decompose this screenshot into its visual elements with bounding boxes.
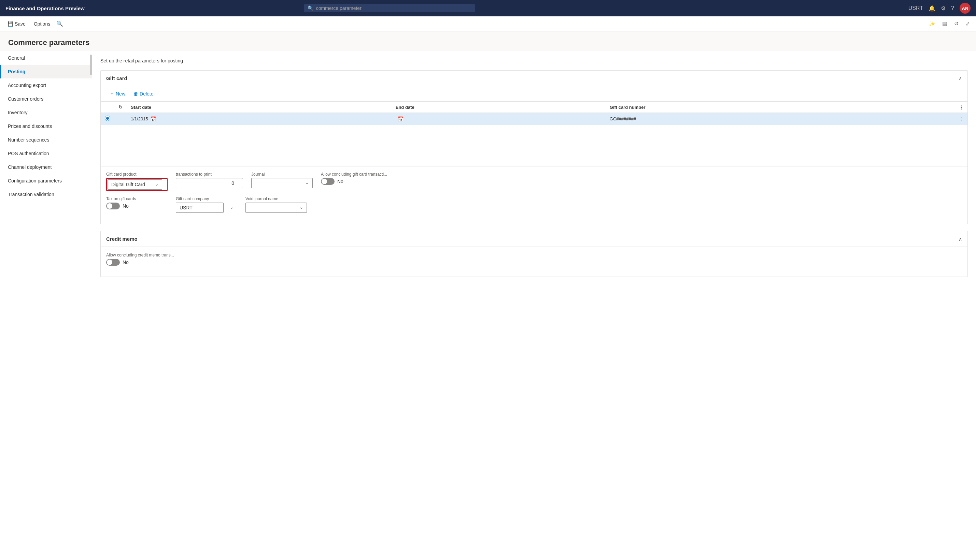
gift-card-product-label: Gift card product xyxy=(106,172,168,177)
credit-memo-allow-concluding-label: Allow concluding credit memo trans... xyxy=(106,253,174,257)
credit-memo-allow-concluding-field: Allow concluding credit memo trans... No xyxy=(106,253,174,266)
sidebar-item-pos-authentication[interactable]: POS authentication xyxy=(0,147,92,160)
form-row-2: Tax on gift cards No Gift card company xyxy=(106,197,962,213)
calendar-start-icon[interactable]: 📅 xyxy=(150,116,156,122)
journal-select-wrapper xyxy=(251,178,313,188)
tax-on-gift-cards-field: Tax on gift cards No xyxy=(106,197,168,213)
col-header-end-date[interactable]: End date xyxy=(391,102,606,113)
col-header-more: ⋮ xyxy=(955,102,968,113)
sidebar-item-channel-deployment[interactable]: Channel deployment xyxy=(0,160,92,174)
new-plus-icon: ＋ xyxy=(110,91,114,97)
nav-right: USRT 🔔 ⚙ ? AN xyxy=(908,3,971,13)
panel-icon[interactable]: ▤ xyxy=(940,18,949,29)
search-bar[interactable]: 🔍 xyxy=(304,4,475,12)
search-icon: 🔍 xyxy=(308,5,313,11)
gift-card-header: Gift card ∧ xyxy=(101,71,968,86)
content-area: General Posting Accounting export Custom… xyxy=(0,51,976,560)
table-row[interactable]: 1/1/2015 📅 📅 xyxy=(101,113,968,125)
transactions-to-print-label: transactions to print xyxy=(176,172,243,177)
gift-card-toolbar: ＋ New 🗑 Delete xyxy=(101,86,968,102)
gift-card-grid: ↻ Start date End date Gift card number ⋮ xyxy=(101,102,968,166)
gift-card-company-field: Gift card company USRT xyxy=(176,197,237,213)
cell-gift-card-number: GC######## xyxy=(606,113,955,125)
page-title: Commerce parameters xyxy=(8,38,968,47)
credit-memo-toggle-row: No xyxy=(106,259,174,266)
user-label: USRT xyxy=(908,5,923,11)
sidebar-item-posting[interactable]: Posting xyxy=(0,65,92,78)
col-header-gift-card-number[interactable]: Gift card number xyxy=(606,102,955,113)
save-button[interactable]: 💾 Save xyxy=(4,19,29,28)
expand-icon[interactable]: ⤢ xyxy=(963,18,972,29)
cell-more[interactable]: ⋮ xyxy=(955,113,968,125)
row-more-icon[interactable]: ⋮ xyxy=(959,116,963,122)
gift-card-product-field: Gift card product Digital Gift Card Phys… xyxy=(106,172,168,191)
tax-on-gift-cards-toggle-label: No xyxy=(122,203,129,209)
gift-card-product-select-wrapper: Digital Gift Card Physical Gift Card xyxy=(107,179,162,190)
row-radio[interactable] xyxy=(101,113,114,125)
gift-card-title: Gift card xyxy=(106,75,127,81)
col-header-refresh: ↻ xyxy=(114,102,127,113)
void-journal-name-select[interactable] xyxy=(246,203,307,213)
calendar-end-icon[interactable]: 📅 xyxy=(398,116,403,122)
cell-end-date: 📅 xyxy=(391,113,606,125)
cell-start-date: 1/1/2015 📅 xyxy=(127,113,391,125)
void-journal-name-wrapper xyxy=(246,203,307,213)
journal-select[interactable] xyxy=(251,178,313,188)
form-row-1: Gift card product Digital Gift Card Phys… xyxy=(106,172,962,191)
sidebar-item-general[interactable]: General xyxy=(0,51,92,65)
sidebar-item-prices-discounts[interactable]: Prices and discounts xyxy=(0,119,92,133)
transactions-to-print-field: transactions to print xyxy=(176,172,243,191)
gift-card-company-select[interactable]: USRT xyxy=(176,203,224,213)
credit-memo-toggle[interactable] xyxy=(106,259,120,266)
new-button[interactable]: ＋ New xyxy=(106,89,129,98)
col-header-start-date[interactable]: Start date xyxy=(127,102,391,113)
sidebar-item-accounting-export[interactable]: Accounting export xyxy=(0,78,92,92)
search-input[interactable] xyxy=(316,5,471,11)
sidebar-item-customer-orders[interactable]: Customer orders xyxy=(0,92,92,106)
credit-memo-toggle-label: No xyxy=(122,260,129,265)
refresh-icon[interactable]: ↻ xyxy=(119,104,122,110)
main-content: Set up the retail parameters for posting… xyxy=(92,51,976,560)
credit-memo-title: Credit memo xyxy=(106,236,137,242)
delete-icon: 🗑 xyxy=(134,91,138,97)
help-icon[interactable]: ? xyxy=(951,5,954,11)
more-icon[interactable]: ⋮ xyxy=(959,105,963,110)
command-search-icon[interactable]: 🔍 xyxy=(56,20,63,27)
form-area: Gift card product Digital Gift Card Phys… xyxy=(101,166,968,224)
delete-button[interactable]: 🗑 Delete xyxy=(130,89,157,98)
gift-card-company-label: Gift card company xyxy=(176,197,237,201)
magic-wand-icon[interactable]: ✨ xyxy=(926,18,938,29)
top-nav: Finance and Operations Preview 🔍 USRT 🔔 … xyxy=(0,0,976,17)
row-refresh xyxy=(114,113,127,125)
sidebar-scrollbar[interactable] xyxy=(90,55,92,75)
credit-memo-chevron-up[interactable]: ∧ xyxy=(959,236,962,242)
allow-concluding-toggle-row: No xyxy=(321,178,387,185)
sidebar-item-number-sequences[interactable]: Number sequences xyxy=(0,133,92,147)
gift-card-product-select[interactable]: Digital Gift Card Physical Gift Card xyxy=(107,179,162,190)
app-title: Finance and Operations Preview xyxy=(5,5,85,11)
credit-memo-form-area: Allow concluding credit memo trans... No xyxy=(101,247,968,277)
options-button[interactable]: Options xyxy=(30,19,53,28)
page-container: Commerce parameters General Posting Acco… xyxy=(0,32,976,560)
allow-concluding-toggle[interactable] xyxy=(321,178,334,185)
reload-icon[interactable]: ↺ xyxy=(952,18,961,29)
grid-empty-area xyxy=(101,125,968,166)
sidebar-item-transaction-validation[interactable]: Transaction validation xyxy=(0,188,92,201)
tax-on-gift-cards-toggle[interactable] xyxy=(106,203,120,209)
sidebar-item-inventory[interactable]: Inventory xyxy=(0,106,92,119)
radio-selected[interactable] xyxy=(105,116,110,121)
notification-icon[interactable]: 🔔 xyxy=(929,5,935,12)
gift-card-company-wrapper: USRT xyxy=(176,203,237,213)
sidebar-item-configuration-parameters[interactable]: Configuration parameters xyxy=(0,174,92,188)
transactions-to-print-input[interactable] xyxy=(176,178,243,188)
credit-memo-header: Credit memo ∧ xyxy=(101,231,968,247)
tax-on-gift-cards-toggle-row: No xyxy=(106,203,168,209)
save-icon: 💾 xyxy=(8,21,13,27)
allow-concluding-toggle-label: No xyxy=(337,179,343,184)
avatar[interactable]: AN xyxy=(959,3,971,13)
gift-card-chevron-up[interactable]: ∧ xyxy=(959,76,962,81)
settings-icon[interactable]: ⚙ xyxy=(941,5,946,12)
gift-card-section: Gift card ∧ ＋ New 🗑 Delete xyxy=(100,70,968,224)
credit-memo-form-row: Allow concluding credit memo trans... No xyxy=(106,253,962,266)
col-header-radio xyxy=(101,102,114,113)
